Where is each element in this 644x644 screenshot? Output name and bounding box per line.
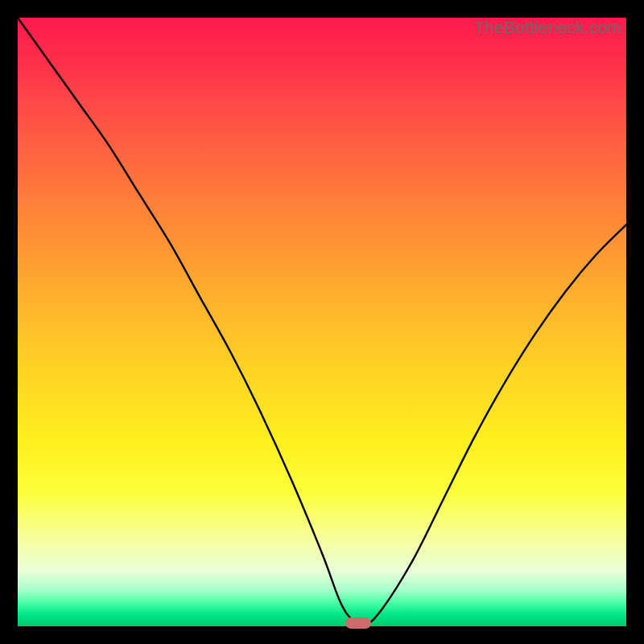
bottleneck-curve [18,18,626,626]
chart-frame: TheBottleneck.com [0,0,644,644]
minimum-marker [345,617,371,629]
plot-area: TheBottleneck.com [18,18,626,626]
